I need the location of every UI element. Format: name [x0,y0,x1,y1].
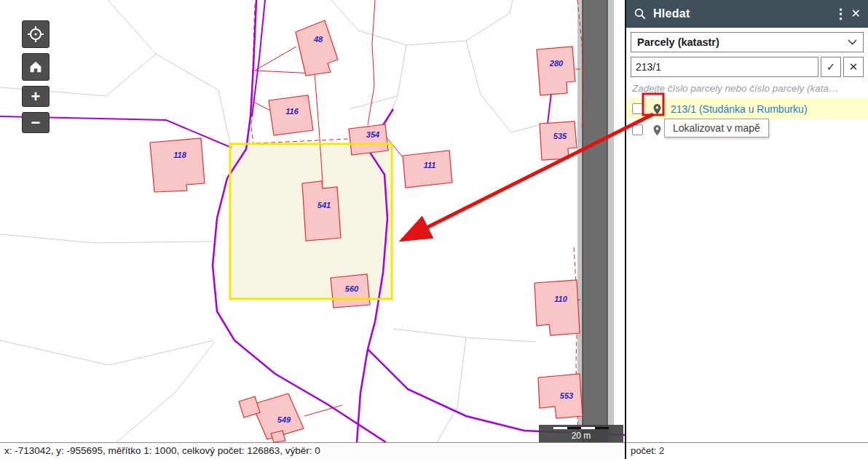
map-drawing: 48 280 116 354 535 118 111 541 110 560 5… [0,0,625,442]
zoom-out-button[interactable]: − [22,112,50,133]
scale-bar: 20 m [539,425,623,442]
building-label: 111 [424,161,436,169]
building-118 [150,138,205,192]
search-row: ✓ ✕ [631,57,864,77]
scale-label: 20 m [572,431,591,441]
gps-target-icon [27,25,44,43]
search-icon [634,7,647,20]
app-window: 48 280 116 354 535 118 111 541 110 560 5… [0,0,868,459]
home-button[interactable] [22,53,50,81]
building-110 [534,280,580,335]
building-label: 549 [277,415,291,424]
locate-pin-icon[interactable] [650,101,664,117]
result-checkbox[interactable] [632,124,643,135]
status-bar: x: -713042, y: -955695, měřítko 1: 1000,… [0,442,625,459]
building-48 [296,20,338,76]
layer-select[interactable]: Parcely (katastr) [631,32,864,52]
result-row[interactable]: 213/1 (Studánka u Rumburku) [626,98,868,119]
panel-title: Hledat [653,7,828,20]
result-checkbox[interactable] [632,103,643,114]
home-icon [28,59,44,75]
result-link[interactable]: 213/1 (Studánka u Rumburku) [671,103,808,115]
building-label: 535 [553,132,567,140]
map-canvas[interactable]: 48 280 116 354 535 118 111 541 110 560 5… [0,0,625,442]
building-535 [540,121,577,160]
locate-pin-icon[interactable] [650,122,664,138]
minus-icon: − [31,115,41,131]
map-controls: + − [22,20,50,133]
result-count: počet: 2 [626,442,868,459]
checkmark-icon: ✓ [826,60,836,73]
plus-icon: + [31,89,41,105]
building-label: 541 [317,201,331,209]
tooltip: Lokalizovat v mapě [664,119,769,137]
zoom-in-button[interactable]: + [22,86,50,107]
building-280 [537,47,575,95]
locate-button[interactable] [22,20,50,48]
close-panel-icon[interactable]: ✕ [851,7,861,20]
search-panel: Hledat ⋮ ✕ Parcely (katastr) ✓ ✕ Zadejte… [625,0,868,459]
building-label: 354 [366,130,379,139]
clear-search-button[interactable]: ✕ [843,57,864,77]
building-354 [349,124,388,155]
search-hint: Zadejte číslo parcely nebo číslo parcely… [632,83,864,94]
building-label: 110 [554,295,567,303]
panel-header: Hledat ⋮ ✕ [626,0,868,28]
scale-strip [553,427,609,429]
building-label: 116 [285,107,299,116]
building-label: 48 [313,35,323,44]
building-label: 280 [549,59,564,68]
chevron-down-icon [848,39,857,45]
layer-select-value: Parcely (katastr) [637,36,719,48]
building-label: 118 [173,151,186,159]
building-label: 560 [345,284,359,293]
building-label: 553 [560,391,573,400]
clear-icon: ✕ [849,60,859,73]
confirm-search-button[interactable]: ✓ [821,57,841,77]
building-541 [302,181,341,241]
kebab-menu-icon[interactable]: ⋮ [835,6,845,22]
status-text: x: -713042, y: -955695, měřítko 1: 1000,… [4,445,320,456]
search-input[interactable] [631,57,818,77]
